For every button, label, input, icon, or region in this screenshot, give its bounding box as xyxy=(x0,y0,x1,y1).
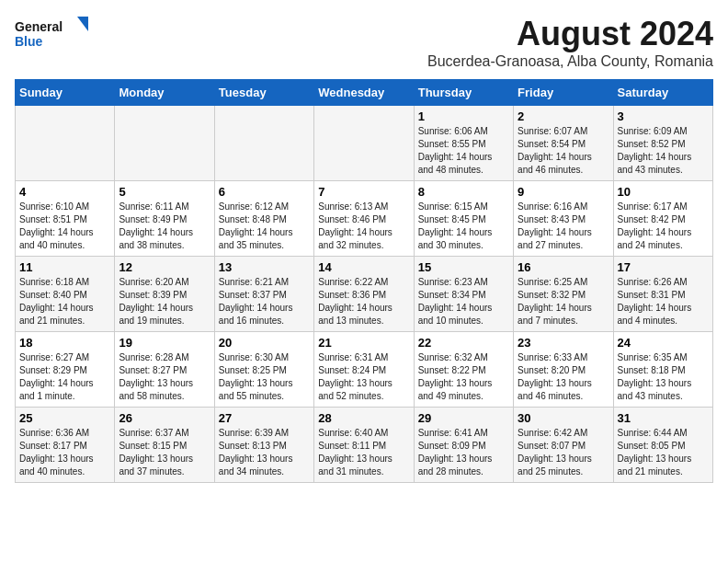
calendar-cell: 5Sunrise: 6:11 AMSunset: 8:49 PMDaylight… xyxy=(115,181,214,257)
logo: General Blue xyxy=(15,15,88,55)
calendar-cell xyxy=(16,106,115,181)
day-info: Sunrise: 6:17 AMSunset: 8:42 PMDaylight:… xyxy=(618,201,709,252)
calendar-cell: 7Sunrise: 6:13 AMSunset: 8:46 PMDaylight… xyxy=(314,181,414,257)
header-cell: Friday xyxy=(514,80,613,106)
header-cell: Wednesday xyxy=(314,80,414,106)
day-info: Sunrise: 6:16 AMSunset: 8:43 PMDaylight:… xyxy=(518,201,609,252)
day-number: 10 xyxy=(618,185,709,199)
day-number: 8 xyxy=(418,185,509,199)
day-info: Sunrise: 6:31 AMSunset: 8:24 PMDaylight:… xyxy=(318,351,409,403)
day-number: 29 xyxy=(418,411,509,425)
day-info: Sunrise: 6:40 AMSunset: 8:11 PMDaylight:… xyxy=(318,427,409,478)
day-number: 18 xyxy=(19,336,110,350)
day-info: Sunrise: 6:28 AMSunset: 8:27 PMDaylight:… xyxy=(119,351,210,403)
calendar-cell xyxy=(115,106,214,181)
day-number: 3 xyxy=(618,109,709,123)
calendar-cell: 1Sunrise: 6:06 AMSunset: 8:55 PMDaylight… xyxy=(414,106,513,181)
day-info: Sunrise: 6:42 AMSunset: 8:07 PMDaylight:… xyxy=(518,427,609,478)
calendar-cell: 10Sunrise: 6:17 AMSunset: 8:42 PMDayligh… xyxy=(613,181,712,257)
calendar-cell: 13Sunrise: 6:21 AMSunset: 8:37 PMDayligh… xyxy=(214,257,313,332)
day-number: 19 xyxy=(119,336,210,350)
day-info: Sunrise: 6:32 AMSunset: 8:22 PMDaylight:… xyxy=(418,351,509,403)
calendar-cell: 18Sunrise: 6:27 AMSunset: 8:29 PMDayligh… xyxy=(16,332,115,408)
calendar-cell xyxy=(314,106,414,181)
calendar-cell: 31Sunrise: 6:44 AMSunset: 8:05 PMDayligh… xyxy=(613,408,712,483)
calendar-cell: 22Sunrise: 6:32 AMSunset: 8:22 PMDayligh… xyxy=(414,332,513,408)
logo-svg: General Blue xyxy=(15,15,88,55)
day-info: Sunrise: 6:20 AMSunset: 8:39 PMDaylight:… xyxy=(119,276,210,327)
day-number: 24 xyxy=(618,336,709,350)
svg-marker-2 xyxy=(77,17,88,31)
day-info: Sunrise: 6:07 AMSunset: 8:54 PMDaylight:… xyxy=(518,125,609,177)
day-info: Sunrise: 6:22 AMSunset: 8:36 PMDaylight:… xyxy=(318,276,409,327)
header-cell: Thursday xyxy=(414,80,513,106)
day-info: Sunrise: 6:36 AMSunset: 8:17 PMDaylight:… xyxy=(19,427,110,478)
day-info: Sunrise: 6:30 AMSunset: 8:25 PMDaylight:… xyxy=(219,351,310,403)
day-number: 17 xyxy=(618,260,709,274)
day-number: 28 xyxy=(318,411,409,425)
day-info: Sunrise: 6:10 AMSunset: 8:51 PMDaylight:… xyxy=(19,201,110,252)
day-info: Sunrise: 6:25 AMSunset: 8:32 PMDaylight:… xyxy=(518,276,609,327)
calendar-cell: 15Sunrise: 6:23 AMSunset: 8:34 PMDayligh… xyxy=(414,257,513,332)
header: General Blue August 2024 Bucerdea-Granoa… xyxy=(15,15,713,70)
day-number: 6 xyxy=(219,185,310,199)
header-cell: Tuesday xyxy=(214,80,313,106)
day-info: Sunrise: 6:23 AMSunset: 8:34 PMDaylight:… xyxy=(418,276,509,327)
title-area: August 2024 Bucerdea-Granoasa, Alba Coun… xyxy=(427,15,713,70)
day-number: 16 xyxy=(518,260,609,274)
day-info: Sunrise: 6:06 AMSunset: 8:55 PMDaylight:… xyxy=(418,125,509,177)
calendar-row: 18Sunrise: 6:27 AMSunset: 8:29 PMDayligh… xyxy=(16,332,713,408)
header-cell: Monday xyxy=(115,80,214,106)
calendar-cell: 30Sunrise: 6:42 AMSunset: 8:07 PMDayligh… xyxy=(514,408,613,483)
day-info: Sunrise: 6:13 AMSunset: 8:46 PMDaylight:… xyxy=(318,201,409,252)
calendar-cell xyxy=(214,106,313,181)
calendar-row: 11Sunrise: 6:18 AMSunset: 8:40 PMDayligh… xyxy=(16,257,713,332)
calendar-row: 25Sunrise: 6:36 AMSunset: 8:17 PMDayligh… xyxy=(16,408,713,483)
header-row: SundayMondayTuesdayWednesdayThursdayFrid… xyxy=(16,80,713,106)
calendar-cell: 9Sunrise: 6:16 AMSunset: 8:43 PMDaylight… xyxy=(514,181,613,257)
day-number: 12 xyxy=(119,260,210,274)
day-number: 22 xyxy=(418,336,509,350)
day-info: Sunrise: 6:09 AMSunset: 8:52 PMDaylight:… xyxy=(618,125,709,177)
day-number: 15 xyxy=(418,260,509,274)
header-cell: Saturday xyxy=(613,80,712,106)
calendar-cell: 26Sunrise: 6:37 AMSunset: 8:15 PMDayligh… xyxy=(115,408,214,483)
day-number: 27 xyxy=(219,411,310,425)
day-info: Sunrise: 6:44 AMSunset: 8:05 PMDaylight:… xyxy=(618,427,709,478)
subtitle: Bucerdea-Granoasa, Alba County, Romania xyxy=(427,53,713,70)
day-number: 13 xyxy=(219,260,310,274)
day-number: 9 xyxy=(518,185,609,199)
day-number: 2 xyxy=(518,109,609,123)
calendar-cell: 23Sunrise: 6:33 AMSunset: 8:20 PMDayligh… xyxy=(514,332,613,408)
calendar-cell: 2Sunrise: 6:07 AMSunset: 8:54 PMDaylight… xyxy=(514,106,613,181)
day-info: Sunrise: 6:21 AMSunset: 8:37 PMDaylight:… xyxy=(219,276,310,327)
day-number: 5 xyxy=(119,185,210,199)
calendar-cell: 6Sunrise: 6:12 AMSunset: 8:48 PMDaylight… xyxy=(214,181,313,257)
svg-text:General: General xyxy=(15,19,63,34)
calendar-header: SundayMondayTuesdayWednesdayThursdayFrid… xyxy=(16,80,713,106)
day-info: Sunrise: 6:41 AMSunset: 8:09 PMDaylight:… xyxy=(418,427,509,478)
calendar-cell: 4Sunrise: 6:10 AMSunset: 8:51 PMDaylight… xyxy=(16,181,115,257)
calendar-cell: 20Sunrise: 6:30 AMSunset: 8:25 PMDayligh… xyxy=(214,332,313,408)
calendar-row: 4Sunrise: 6:10 AMSunset: 8:51 PMDaylight… xyxy=(16,181,713,257)
day-number: 11 xyxy=(19,260,110,274)
month-title: August 2024 xyxy=(427,15,713,53)
calendar-cell: 8Sunrise: 6:15 AMSunset: 8:45 PMDaylight… xyxy=(414,181,513,257)
day-number: 21 xyxy=(318,336,409,350)
day-number: 20 xyxy=(219,336,310,350)
calendar-cell: 12Sunrise: 6:20 AMSunset: 8:39 PMDayligh… xyxy=(115,257,214,332)
day-number: 23 xyxy=(518,336,609,350)
calendar-cell: 27Sunrise: 6:39 AMSunset: 8:13 PMDayligh… xyxy=(214,408,313,483)
calendar-cell: 29Sunrise: 6:41 AMSunset: 8:09 PMDayligh… xyxy=(414,408,513,483)
svg-text:Blue: Blue xyxy=(15,34,43,49)
day-number: 1 xyxy=(418,109,509,123)
day-info: Sunrise: 6:12 AMSunset: 8:48 PMDaylight:… xyxy=(219,201,310,252)
calendar-cell: 14Sunrise: 6:22 AMSunset: 8:36 PMDayligh… xyxy=(314,257,414,332)
calendar-cell: 17Sunrise: 6:26 AMSunset: 8:31 PMDayligh… xyxy=(613,257,712,332)
day-info: Sunrise: 6:15 AMSunset: 8:45 PMDaylight:… xyxy=(418,201,509,252)
calendar-cell: 11Sunrise: 6:18 AMSunset: 8:40 PMDayligh… xyxy=(16,257,115,332)
day-info: Sunrise: 6:33 AMSunset: 8:20 PMDaylight:… xyxy=(518,351,609,403)
day-info: Sunrise: 6:27 AMSunset: 8:29 PMDaylight:… xyxy=(19,351,110,403)
day-number: 14 xyxy=(318,260,409,274)
day-info: Sunrise: 6:18 AMSunset: 8:40 PMDaylight:… xyxy=(19,276,110,327)
